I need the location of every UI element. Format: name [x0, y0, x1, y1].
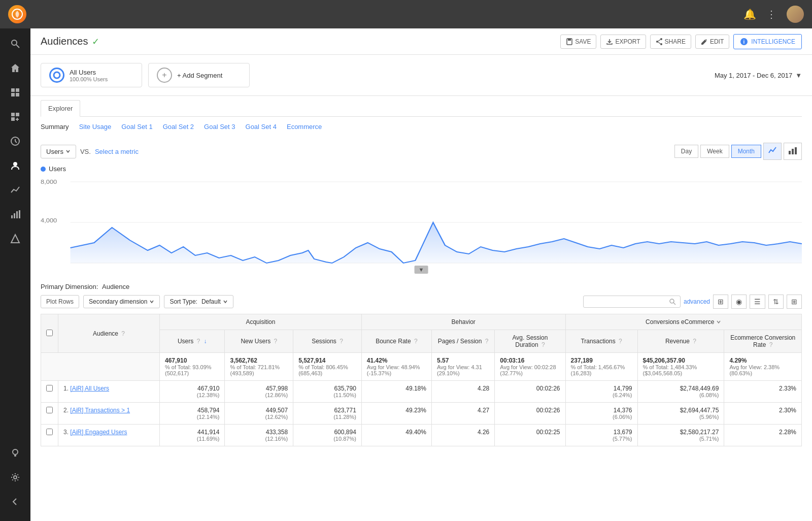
metric-dropdown[interactable]: Users — [41, 145, 76, 158]
ecommerce-rate-help-icon: ? — [769, 341, 773, 348]
audience-link[interactable]: [AiR] All Users — [70, 385, 109, 392]
table-row: 3. [AiR] Engaged Users 441,914 (11.69%) … — [41, 425, 802, 446]
table-controls-right: advanced ⊞ ◉ ☰ ⇅ ⊞ — [583, 295, 802, 309]
bounce-rate-help-icon: ? — [414, 338, 418, 345]
save-button[interactable]: SAVE — [560, 35, 596, 49]
all-users-segment[interactable]: All Users 100.00% Users — [41, 63, 142, 87]
row-users: 467,910 (12.38%) — [160, 381, 225, 403]
ecommerce-dropdown[interactable]: eCommerce — [681, 318, 721, 325]
intelligence-button[interactable]: i INTELLIGENCE — [733, 34, 802, 49]
more-options-icon[interactable]: ⋮ — [766, 8, 776, 20]
svg-text:8,000: 8,000 — [41, 179, 57, 185]
svg-line-29 — [658, 40, 660, 41]
sidebar-item-add[interactable] — [4, 106, 26, 128]
date-range-picker[interactable]: May 1, 2017 - Dec 6, 2017 ▼ — [715, 72, 802, 79]
edit-button[interactable]: EDIT — [695, 35, 729, 49]
sidebar-item-settings[interactable] — [4, 466, 26, 489]
row-new-users: 433,358 (12.16%) — [225, 425, 293, 446]
sidebar-item-recent[interactable] — [4, 130, 26, 152]
svg-marker-42 — [71, 222, 802, 263]
th-new-users[interactable]: New Users ? — [225, 330, 293, 353]
subtab-goal-set-3[interactable]: Goal Set 3 — [204, 121, 235, 134]
page-title: Audiences — [41, 36, 88, 47]
view-compare-btn[interactable]: ⇅ — [768, 295, 784, 309]
svg-point-15 — [13, 162, 17, 166]
th-revenue[interactable]: Revenue ? — [637, 330, 724, 353]
th-sessions[interactable]: Sessions ? — [293, 330, 362, 353]
th-avg-session[interactable]: Avg. Session Duration ? — [495, 330, 565, 353]
row-avg-session: 00:02:26 — [495, 381, 565, 403]
th-pages-per-session[interactable]: Pages / Session ? — [431, 330, 494, 353]
share-button[interactable]: SHARE — [650, 35, 691, 49]
audience-help-icon: ? — [121, 330, 125, 337]
totals-row: 467,910 % of Total: 93.09% (502,617) 3,5… — [41, 353, 802, 381]
sidebar-item-search[interactable] — [4, 32, 26, 55]
transactions-help-icon: ? — [619, 338, 622, 345]
line-chart-btn[interactable] — [763, 143, 782, 160]
th-users[interactable]: Users ? ↓ — [160, 330, 225, 353]
select-all-checkbox[interactable] — [46, 330, 53, 336]
subtab-goal-set-2[interactable]: Goal Set 2 — [163, 121, 194, 134]
header-actions: SAVE EXPORT SHARE EDIT i INTELLIGENCE — [560, 34, 802, 49]
sidebar-item-behavior[interactable] — [4, 203, 26, 225]
audience-link[interactable]: [AiR] Transactions > 1 — [70, 407, 130, 414]
plot-rows-button[interactable]: Plot Rows — [41, 295, 79, 308]
time-btn-week[interactable]: Week — [700, 145, 729, 158]
svg-rect-25 — [568, 39, 571, 41]
explorer-tab[interactable]: Explorer — [41, 100, 80, 117]
sessions-help-icon: ? — [340, 338, 343, 345]
row-transactions: 14,376 (6.06%) — [565, 403, 637, 425]
sort-type-dropdown[interactable]: Sort Type: Default — [164, 295, 233, 308]
sidebar-item-acquisition[interactable] — [4, 179, 26, 201]
subtab-site-usage[interactable]: Site Usage — [79, 121, 112, 134]
user-avatar[interactable] — [787, 6, 804, 23]
sidebar-bottom — [4, 442, 26, 521]
th-ecommerce-rate[interactable]: Ecommerce Conversion Rate ? — [724, 330, 802, 353]
sidebar-item-home[interactable] — [4, 57, 26, 79]
subtab-goal-set-1[interactable]: Goal Set 1 — [121, 121, 152, 134]
subtab-goal-set-4[interactable]: Goal Set 4 — [246, 121, 277, 134]
legend-dot-users — [41, 167, 46, 172]
view-pivot-btn[interactable]: ⊞ — [787, 295, 802, 309]
notifications-icon[interactable]: 🔔 — [743, 8, 756, 20]
sidebar-item-audience[interactable] — [4, 154, 26, 177]
row-conv-rate: 2.28% — [724, 425, 802, 446]
th-transactions[interactable]: Transactions ? — [565, 330, 637, 353]
app-logo[interactable] — [8, 5, 26, 23]
audience-link[interactable]: [AiR] Engaged Users — [70, 429, 127, 436]
view-grid-btn[interactable]: ⊞ — [713, 295, 728, 309]
th-bounce-rate[interactable]: Bounce Rate ? — [361, 330, 431, 353]
row-sessions: 623,771 (11.28%) — [293, 403, 362, 425]
view-pie-btn[interactable]: ◉ — [731, 295, 747, 309]
sidebar-item-dashboard[interactable] — [4, 81, 26, 104]
svg-line-2 — [16, 45, 19, 48]
sidebar-item-conversions[interactable] — [4, 227, 26, 250]
sub-tabs: Summary Site Usage Goal Set 1 Goal Set 2… — [41, 117, 802, 138]
time-btn-month[interactable]: Month — [731, 145, 761, 158]
time-btn-day[interactable]: Day — [674, 145, 698, 158]
sidebar-item-collapse[interactable] — [4, 491, 26, 513]
subtab-summary[interactable]: Summary — [41, 121, 69, 134]
sidebar-item-insights[interactable] — [4, 442, 26, 464]
subtab-ecommerce[interactable]: Ecommerce — [287, 121, 322, 134]
row-checkbox[interactable] — [41, 381, 58, 403]
bar-chart-btn[interactable] — [784, 143, 802, 160]
chart-expand-btn[interactable]: ▼ — [415, 266, 428, 274]
segment-row: All Users 100.00% Users + + Add Segment … — [30, 55, 812, 96]
svg-rect-35 — [792, 149, 794, 154]
svg-rect-6 — [16, 93, 19, 96]
chart-svg-wrapper: 8,000 4,000 — [41, 177, 802, 270]
secondary-dimension-dropdown[interactable]: Secondary dimension — [83, 295, 160, 308]
row-bounce-rate: 49.23% — [361, 403, 431, 425]
main-layout: Audiences ✓ SAVE EXPORT SHARE E — [0, 28, 812, 521]
row-checkbox[interactable] — [41, 425, 58, 446]
view-list-btn[interactable]: ☰ — [750, 295, 765, 309]
svg-point-27 — [660, 43, 662, 45]
date-range-arrow: ▼ — [795, 72, 802, 79]
add-segment[interactable]: + + Add Segment — [148, 63, 250, 87]
select-metric[interactable]: Select a metric — [95, 148, 139, 155]
advanced-link[interactable]: advanced — [684, 298, 710, 305]
export-button[interactable]: EXPORT — [600, 35, 646, 49]
search-input[interactable] — [588, 298, 669, 305]
row-checkbox[interactable] — [41, 403, 58, 425]
